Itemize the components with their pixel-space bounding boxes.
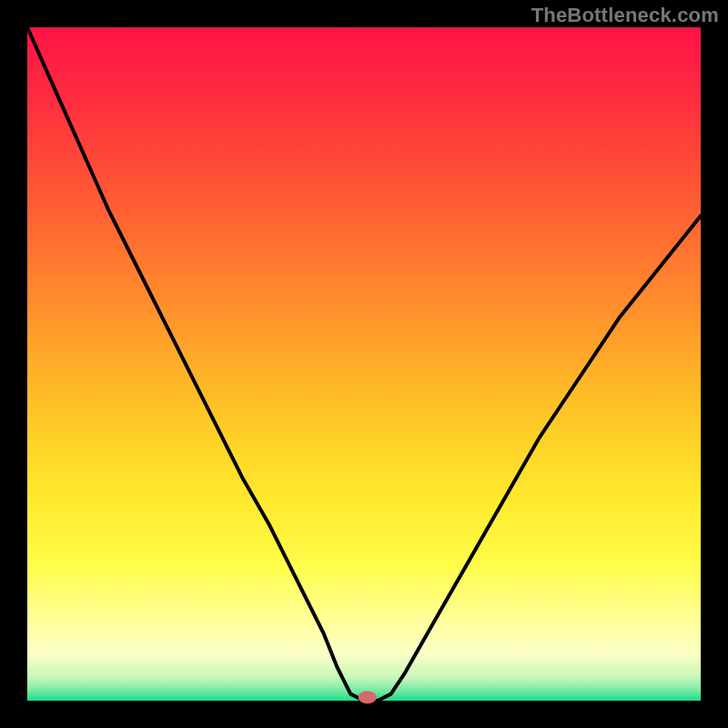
plot-background: [27, 27, 701, 701]
attribution-label: TheBottleneck.com: [531, 4, 719, 27]
chart-svg: [0, 0, 728, 728]
chart-container: { "attribution": "TheBottleneck.com", "c…: [0, 0, 728, 728]
minimum-marker: [359, 691, 377, 703]
